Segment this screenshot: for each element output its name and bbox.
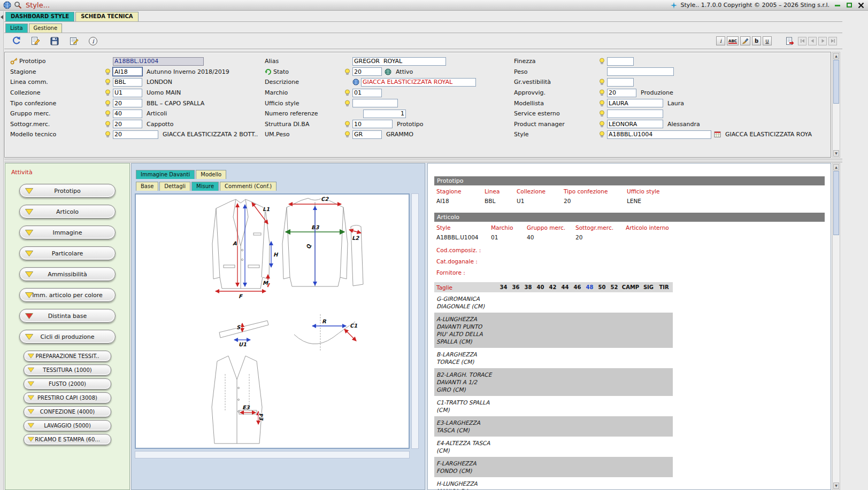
activity-fusto-2000[interactable]: FUSTO (2000) — [24, 378, 111, 390]
field-input-marchio[interactable] — [352, 89, 382, 97]
lookup-lamp-icon[interactable] — [104, 110, 113, 117]
image-horizontal-scrollbar[interactable] — [135, 451, 410, 458]
field-input-gr-vestibilit[interactable] — [607, 78, 634, 87]
image-subtab-misure[interactable]: Misure — [191, 182, 219, 191]
activity-lavaggio-5000[interactable]: LAVAGGIO (5000) — [24, 420, 111, 431]
field-input-service-esterno[interactable] — [607, 110, 663, 118]
image-subtab-base[interactable]: Base — [136, 182, 158, 191]
activity-imm-articolo-per-colore[interactable]: Imm. articolo per colore — [19, 288, 116, 302]
field-input-sottogr-merc[interactable] — [113, 120, 142, 128]
nav-next-icon[interactable] — [818, 37, 827, 45]
minimize-button[interactable] — [833, 1, 841, 9]
refresh-icon[interactable] — [10, 35, 22, 48]
field-input-stato[interactable] — [352, 67, 382, 76]
field-input-finezza[interactable] — [607, 57, 634, 66]
activity-prototipo[interactable]: Prototipo — [19, 184, 116, 198]
field-label-modello-tecnico: Modello tecnico — [10, 131, 104, 138]
format-i-button[interactable]: i — [716, 36, 725, 45]
field-input-struttura-di-ba[interactable] — [352, 120, 393, 128]
column-header-marchio: Marchio — [491, 224, 513, 231]
lookup-lamp-icon[interactable] — [344, 89, 352, 96]
activity-ammissibilit[interactable]: Ammissibilità — [19, 267, 116, 281]
lookup-lamp-icon[interactable] — [598, 79, 607, 85]
field-input-product-manager[interactable] — [607, 120, 663, 128]
activity-distinta-base[interactable]: Distinta base — [19, 309, 116, 323]
activity-articolo[interactable]: Articolo — [19, 205, 116, 219]
activity-particolare[interactable]: Particolare — [19, 246, 116, 260]
activity-preparazione-tessit[interactable]: PREPARAZIONE TESSIT.. — [24, 351, 111, 362]
main-scrollbar[interactable]: ▲ ▼ — [832, 163, 840, 490]
field-input-prototipo[interactable] — [113, 57, 204, 66]
subtab-gestione[interactable]: Gestione — [29, 24, 62, 33]
subtab-lista[interactable]: Lista — [5, 24, 28, 33]
field-input-style[interactable] — [607, 130, 711, 139]
field-input-gruppo-merc[interactable] — [113, 110, 142, 118]
edit-icon[interactable] — [67, 35, 80, 48]
activity-ricamo-e-stampa-60[interactable]: RICAMO E STAMPA (60... — [24, 434, 111, 445]
activity-tessitura-1000[interactable]: TESSITURA (1000) — [24, 364, 111, 376]
field-input-approvvig[interactable] — [607, 89, 636, 97]
activity-confezione-4000[interactable]: CONFEZIONE (4000) — [24, 406, 111, 417]
lookup-lamp-icon[interactable] — [344, 121, 352, 128]
image-vertical-scrollbar[interactable] — [411, 193, 419, 449]
field-input-collezione[interactable] — [113, 89, 142, 97]
lookup-lamp-icon[interactable] — [344, 131, 352, 138]
splitter-collapse-strip[interactable] — [0, 11, 4, 490]
format-abc-button[interactable]: ABC — [727, 36, 739, 45]
lookup-lamp-icon[interactable] — [598, 100, 607, 107]
lookup-lamp-icon[interactable] — [104, 89, 113, 96]
field-input-modellista[interactable] — [607, 99, 663, 107]
info-icon[interactable]: i — [87, 35, 99, 48]
lookup-lamp-icon[interactable] — [104, 121, 113, 128]
lookup-lamp-icon[interactable] — [344, 68, 352, 75]
scroll-up-icon[interactable]: ▲ — [833, 164, 839, 170]
scroll-down-icon[interactable]: ▼ — [833, 150, 839, 157]
lookup-lamp-icon[interactable] — [104, 68, 113, 75]
tab-scheda-tecnica[interactable]: SCHEDA TECNICA — [75, 12, 138, 21]
lookup-lamp-icon[interactable] — [344, 100, 352, 107]
image-tab-immagine-davanti[interactable]: Immagine Davanti — [136, 170, 195, 179]
image-tab-modello[interactable]: Modello — [196, 170, 226, 179]
tab-dashboard-style[interactable]: DASHBOARD STYLE — [5, 12, 74, 21]
nav-prev-icon[interactable] — [808, 37, 817, 45]
field-input-stagione[interactable] — [113, 67, 142, 76]
export-icon[interactable] — [783, 35, 796, 48]
lookup-lamp-icon[interactable] — [104, 79, 113, 85]
form-scrollbar[interactable]: ▲ ▼ — [832, 52, 840, 158]
lookup-lamp-icon[interactable] — [598, 131, 607, 138]
paint-icon[interactable] — [740, 36, 750, 45]
save-icon[interactable] — [48, 35, 61, 48]
nav-first-icon[interactable] — [798, 37, 806, 45]
close-button[interactable] — [857, 1, 865, 9]
activity-immagine[interactable]: Immagine — [19, 225, 116, 239]
field-input-modello-tecnico[interactable] — [113, 130, 158, 139]
field-input-descrizione[interactable] — [361, 78, 476, 87]
field-input-numero-referenze[interactable] — [363, 110, 406, 118]
format-u-button[interactable]: u — [763, 36, 772, 45]
scrollbar-thumb[interactable] — [833, 171, 839, 235]
image-subtab-commenti-conf[interactable]: Commenti (Conf.) — [220, 182, 276, 191]
scroll-down-icon[interactable]: ▼ — [833, 483, 839, 489]
field-input-linea-comm[interactable] — [113, 78, 142, 87]
field-input-um-peso[interactable] — [352, 130, 382, 139]
format-b-button[interactable]: b — [752, 36, 761, 45]
maximize-button[interactable] — [845, 1, 853, 9]
lookup-lamp-icon[interactable] — [598, 58, 607, 65]
lookup-lamp-icon[interactable] — [598, 110, 607, 117]
lookup-lamp-icon[interactable] — [104, 131, 113, 138]
lookup-lamp-icon[interactable] — [104, 100, 113, 107]
horizontal-splitter[interactable] — [4, 159, 842, 162]
field-input-alias[interactable] — [352, 57, 446, 66]
activity-prestiro-capi-3008[interactable]: PRESTIRO CAPI (3008) — [24, 392, 111, 403]
scroll-up-icon[interactable]: ▲ — [833, 53, 839, 59]
new-document-icon[interactable] — [29, 35, 42, 48]
lookup-lamp-icon[interactable] — [598, 89, 607, 96]
scrollbar-thumb[interactable] — [833, 60, 839, 104]
field-input-ufficio-style[interactable] — [352, 99, 398, 107]
nav-last-icon[interactable] — [828, 37, 837, 45]
activity-cicli-di-produzione[interactable]: Cicli di produzione — [19, 330, 116, 344]
field-input-peso[interactable] — [607, 67, 674, 76]
image-subtab-dettagli[interactable]: Dettagli — [159, 182, 190, 191]
lookup-lamp-icon[interactable] — [598, 121, 607, 128]
field-input-tipo-confezione[interactable] — [113, 99, 142, 107]
